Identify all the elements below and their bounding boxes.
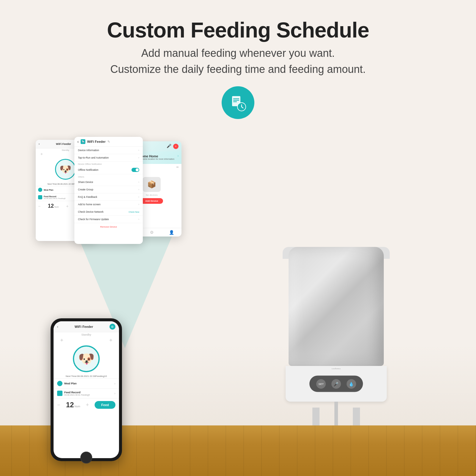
screen1-back: ‹: [39, 143, 40, 145]
create-group-arrow: ›: [138, 188, 139, 191]
device-info-arrow: ›: [138, 149, 139, 152]
main-content: ‹ WiFi Feeder ⚙ Standby ✦ ✦ 🐶 Next Time:…: [0, 134, 476, 476]
water-button[interactable]: 💧: [347, 379, 356, 389]
ctrl-label: Lea/Battery: [332, 368, 341, 369]
phone-feed-controls: − 12 Num + Feed: [54, 398, 119, 411]
phone-record-label: Feed Record: [64, 391, 90, 394]
feed-record-icon: [38, 195, 42, 199]
share-arrow: ›: [138, 181, 139, 184]
phone-record-icon: [57, 391, 62, 396]
qty-increase[interactable]: +: [66, 204, 68, 209]
screen1-title: WiFi Feeder: [56, 143, 71, 145]
nav-settings-icon[interactable]: ⚙: [150, 230, 154, 235]
phone-status: Standby: [54, 332, 119, 337]
phone-device: ‹ WiFi Feeder ⚙ Standby ✦ ✦ 🐶 Next T: [51, 318, 122, 461]
feed-record-sub: 03.08.2021 00:01 Feeding5: [44, 198, 65, 199]
settings-back[interactable]: ‹: [77, 139, 79, 144]
all-devices-more[interactable]: ···: [176, 166, 178, 169]
tap-run-item[interactable]: Tap-to-Run and Automation ›: [74, 154, 143, 162]
remove-device[interactable]: Remove Device: [74, 223, 143, 231]
phones-area: ‹ WiFi Feeder ⚙ Standby ✦ ✦ 🐶 Next Time:…: [18, 134, 202, 461]
phone-qty-unit: Num: [74, 405, 80, 408]
add-home-arrow: ›: [138, 203, 139, 206]
add-home-item[interactable]: Add to home screen ›: [74, 201, 143, 208]
mic-ctrl-icon: 🎤: [333, 381, 339, 386]
schedule-icon: [222, 86, 254, 119]
feeder-body: SET 🎤 💧 Lea/Battery: [283, 247, 390, 437]
phone-record-arrow: ›: [114, 392, 115, 395]
check-network-item[interactable]: Check Device Network Check Now: [74, 208, 143, 216]
firmware-item[interactable]: Check for Firmware Update ›: [74, 216, 143, 223]
app-screen-2: ‹ 📡 WiFi Feeder ✎ Device Information › T…: [74, 137, 143, 244]
offline-toggle[interactable]: [131, 168, 139, 172]
router-icon: 📦: [147, 180, 156, 189]
mic-button[interactable]: 🎤: [331, 379, 341, 389]
phone-outer: ‹ WiFi Feeder ⚙ Standby ✦ ✦ 🐶 Next T: [51, 318, 122, 461]
phone-inner: ‹ WiFi Feeder ⚙ Standby ✦ ✦ 🐶 Next T: [54, 321, 119, 458]
phone-dog-avatar: 🐶: [73, 345, 100, 372]
phone-qty-plus[interactable]: +: [86, 402, 89, 408]
page-title: Custom Feeding Schedule: [30, 18, 446, 42]
feed-quantity: 12: [48, 203, 54, 209]
firmware-arrow: ›: [138, 218, 139, 221]
water-icon: 💧: [349, 381, 354, 386]
phone-home-button[interactable]: [80, 452, 92, 464]
phone-settings-icon: ⚙: [109, 324, 115, 330]
check-now-label: Check Now: [129, 211, 139, 213]
phone-meal-label: Meal Plan: [64, 382, 77, 385]
page-header: Custom Feeding Schedule Add manual feedi…: [0, 0, 476, 86]
set-label: SET: [319, 382, 324, 385]
phone-meal-icon: [57, 381, 62, 386]
set-button[interactable]: SET: [316, 379, 326, 389]
settings-edit[interactable]: ✎: [107, 140, 110, 144]
offline-notif-item[interactable]: Offline Notification: [74, 166, 143, 174]
control-panel: SET 🎤 💧: [309, 376, 363, 392]
faq-item[interactable]: FAQ & Feedback ›: [74, 193, 143, 201]
qty-decrease[interactable]: −: [38, 204, 40, 209]
phone-next-time: Next Time:08.08.2021 22:30Feeding10: [56, 375, 117, 378]
feeder-white-base: SET 🎤 💧 Lea/Battery: [286, 366, 387, 402]
phone-record-sub: 03.08.2021 00:01 Feeding5: [64, 394, 90, 396]
feeder-steel-container: [289, 247, 384, 366]
create-group-item[interactable]: Create Group ›: [74, 186, 143, 193]
meal-plan-label: Meal Plan: [44, 189, 53, 191]
feed-unit: Num: [54, 206, 59, 208]
welcome-header-icons: 🎤 +: [167, 144, 178, 149]
others-section-label: Others: [74, 174, 143, 178]
dog-avatar: 🐶: [55, 159, 76, 180]
welcome-arrow: ›: [178, 154, 178, 157]
device-info-item[interactable]: Device Information ›: [74, 147, 143, 154]
feed-record-label: Feed Record: [44, 195, 65, 198]
share-device-item[interactable]: Share Device ›: [74, 178, 143, 186]
phone-feed-btn[interactable]: Feed: [95, 401, 115, 409]
mic-icon: 🎤: [167, 144, 171, 149]
phone-record-row: Feed Record 03.08.2021 00:01 Feeding5 ›: [54, 388, 119, 398]
page-subtitle: Add manual feeding whenever you want. Cu…: [30, 45, 446, 77]
add-icon[interactable]: +: [173, 144, 178, 149]
phone-qty-minus[interactable]: −: [57, 402, 60, 408]
phone-meal-row: Meal Plan ›: [54, 378, 119, 388]
phone-qty-num: 12: [66, 401, 74, 409]
feed-count: 12 Num: [48, 203, 59, 209]
faq-arrow: ›: [138, 195, 139, 198]
settings-title: WiFi Feeder: [87, 140, 106, 143]
phone-meal-arrow: ›: [114, 382, 115, 385]
meal-plan-icon: [38, 188, 42, 192]
phone-back: ‹: [57, 325, 58, 328]
phone-qty-display: 12 Num: [66, 401, 80, 409]
settings-header: ‹ 📡 WiFi Feeder ✎: [74, 137, 143, 147]
phone-title: WiFi Feeder: [75, 325, 93, 328]
no-devices-text: No devices: [146, 194, 158, 196]
no-devices-icon: 📦: [143, 177, 161, 192]
add-device-button[interactable]: Add Device: [140, 198, 163, 204]
offline-section-label: Device Offline Notification: [74, 162, 143, 166]
tap-run-arrow: ›: [138, 156, 139, 159]
nav-me-icon[interactable]: 👤: [169, 230, 174, 235]
